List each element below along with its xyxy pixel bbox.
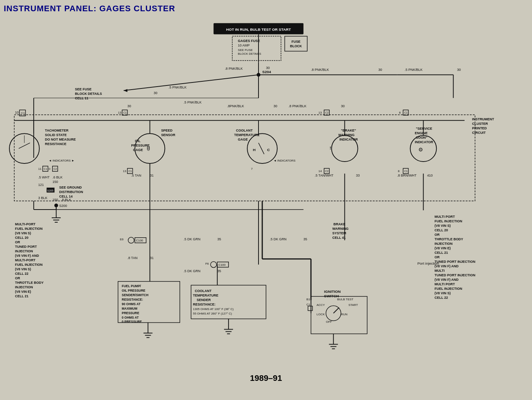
svg-text:0 PRESSURE: 0 PRESSURE [122,320,142,324]
svg-text:S205: S205 [47,189,53,192]
svg-text:CELL 22: CELL 22 [15,272,29,276]
svg-text:10: 10 [15,111,19,114]
svg-text:SYSTEM: SYSTEM [332,231,346,235]
svg-text:C2: C2 [325,111,329,114]
svg-text:30: 30 [266,66,270,70]
svg-text:MULTI-PORT: MULTI-PORT [15,222,36,226]
svg-text:C100: C100 [136,239,143,242]
svg-text:150: 150 [53,198,58,202]
svg-text:(V8 VIN S): (V8 VIN S) [15,231,31,235]
wiring-diagram: HOT IN RUN, BULB TEST OR START GAGES FUS… [4,15,528,372]
svg-text:OR: OR [434,255,440,259]
svg-text:INJECTION: INJECTION [434,242,452,246]
svg-text:TEMPERATURE: TEMPERATURE [193,294,218,297]
svg-text:C1: C1 [44,168,47,170]
svg-text:CELL 21: CELL 21 [434,251,448,255]
svg-text:SOLID STATE: SOLID STATE [45,133,67,137]
svg-text:11: 11 [38,167,42,171]
svg-text:GAGES FUSE: GAGES FUSE [238,39,260,43]
svg-text:.5 DK GRN: .5 DK GRN [183,237,200,241]
svg-text:1305 OHMS AT 100° F (38° C): 1305 OHMS AT 100° F (38° C) [193,307,234,311]
svg-text:OIL PRESSURE: OIL PRESSURE [122,289,146,292]
svg-text:35: 35 [217,237,221,241]
svg-text:(V8 VIN S): (V8 VIN S) [15,267,31,271]
svg-text:.5 TAN/WHT: .5 TAN/WHT [315,174,334,177]
svg-text:◄ INDICATORS ►: ◄ INDICATORS ► [49,159,75,162]
svg-text:31: 31 [150,256,153,260]
svg-text:THROTTLE BODY: THROTTLE BODY [15,281,44,285]
svg-text:MULTI PORT: MULTI PORT [434,282,455,286]
svg-text:OR: OR [15,240,20,244]
svg-text:(V8 VIN F) AND: (V8 VIN F) AND [15,254,39,258]
svg-text:BLOCK DETAILS: BLOCK DETAILS [75,92,102,96]
svg-text:INDICATOR: INDICATOR [415,140,433,144]
svg-text:.8PNK/BLK: .8PNK/BLK [227,104,244,108]
svg-text:ACCY: ACCY [317,303,325,307]
svg-text:30: 30 [341,104,345,108]
svg-text:10 AMP: 10 AMP [238,43,249,47]
svg-text:BRAKE: BRAKE [334,222,346,226]
svg-text:S204: S204 [262,70,271,74]
svg-text:C1: C1 [129,170,132,172]
svg-text:7: 7 [251,167,253,171]
svg-text:(V8 VIN E): (V8 VIN E) [434,246,451,250]
svg-text:33: 33 [356,174,360,177]
svg-text:30: 30 [128,104,131,108]
svg-text:IGNITION: IGNITION [324,289,341,294]
svg-text:90 OHMS AT: 90 OHMS AT [122,302,141,306]
svg-text:30: 30 [379,68,382,72]
svg-text:C1: C1 [404,111,407,114]
svg-text:Port injection: Port injection [417,261,439,265]
svg-text:SWITCH: SWITCH [324,294,339,298]
svg-text:"SERVICE: "SERVICE [416,127,432,130]
svg-point-70 [54,204,58,207]
svg-text:CIRCUIT: CIRCUIT [472,131,486,135]
svg-text:S200: S200 [59,204,67,208]
svg-text:8: 8 [398,169,400,173]
svg-text:.8 TAN: .8 TAN [128,256,138,260]
svg-text:COOLANT: COOLANT [195,289,212,293]
svg-text:⚙: ⚙ [418,147,423,153]
svg-text:410: 410 [427,174,433,177]
svg-text:.5 PNK/BLK: .5 PNK/BLK [168,85,186,89]
svg-text:THROTTLE BODY: THROTTLE BODY [434,237,463,241]
svg-text:PRINTED: PRINTED [472,126,487,130]
svg-text:F6: F6 [205,262,209,265]
svg-text:PRESSURE: PRESSURE [131,144,150,147]
svg-text:FUEL INJECTION: FUEL INJECTION [434,287,462,291]
svg-text:13: 13 [123,169,126,173]
svg-text:.8 PNK/BLK: .8 PNK/BLK [289,104,307,108]
svg-text:SEE FUSE: SEE FUSE [75,87,92,91]
svg-text:.5 PNK/BLK: .5 PNK/BLK [404,68,422,72]
svg-text:TEMPERATURE: TEMPERATURE [234,133,260,137]
svg-text:C100: C100 [218,263,226,267]
svg-text:TUNED PORT INJECTION: TUNED PORT INJECTION [434,273,475,277]
svg-text:0: 0 [49,167,51,171]
svg-text:C2: C2 [54,168,57,170]
svg-text:FUEL PUMP/: FUEL PUMP/ [122,284,141,288]
diagram-area: HOT IN RUN, BULB TEST OR START GAGES FUS… [4,15,528,372]
svg-text:OIL: OIL [135,139,141,143]
svg-text:C: C [267,148,270,152]
svg-text:SEE FUSE: SEE FUSE [238,48,252,52]
year-label: 1989–91 [4,373,528,383]
svg-text:INJECTION: INJECTION [15,285,33,289]
svg-text:CELL 11: CELL 11 [75,96,89,100]
svg-text:55 OHMS AT 260° F (127° C): 55 OHMS AT 260° F (127° C) [193,312,232,315]
svg-text:BULB TEST: BULB TEST [337,298,353,301]
svg-text:.8 PNK/BLK: .8 PNK/BLK [311,68,329,72]
svg-text:DISTRIBUTION: DISTRIBUTION [59,190,83,194]
svg-text:FUEL INJECTION: FUEL INJECTION [15,263,43,267]
svg-text:13: 13 [319,111,322,114]
svg-text:RESISTANCE: RESISTANCE [45,142,66,146]
svg-text:FUSE: FUSE [292,40,301,43]
svg-text:!: ! [330,146,331,150]
svg-text:13: 13 [118,111,122,114]
svg-text:.5 TAN: .5 TAN [131,174,141,177]
svg-text:35: 35 [304,237,307,241]
svg-text:TACHOMETER: TACHOMETER [45,129,69,132]
svg-text:OR: OR [434,233,440,237]
svg-text:LOCK: LOCK [317,313,325,316]
svg-text:GAGE: GAGE [238,138,248,141]
svg-text:COOLANT: COOLANT [236,129,253,132]
